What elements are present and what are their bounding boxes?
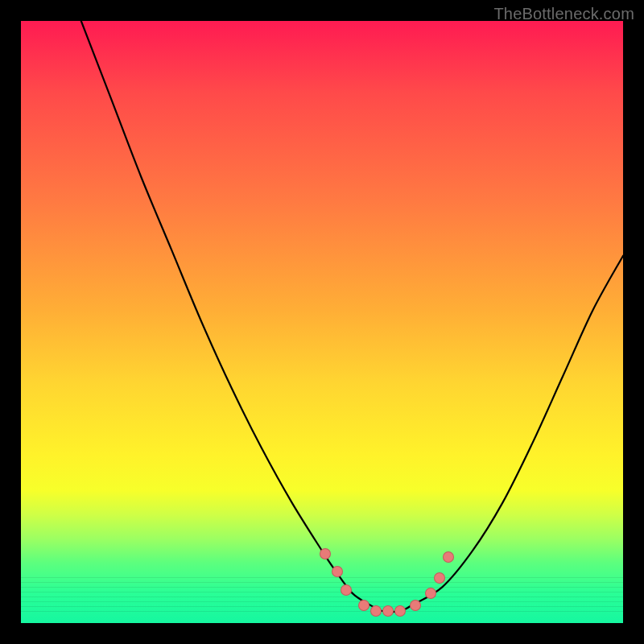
fit-point [370,605,382,617]
chart-frame [21,21,623,623]
fit-point [320,548,331,559]
fit-point [425,588,436,599]
fit-point [341,584,352,596]
fit-point [382,605,394,617]
fit-points-layer [21,21,623,623]
watermark-text: TheBottleneck.com [493,5,634,23]
fit-point [443,551,454,563]
fit-point [394,605,406,617]
fit-point [434,572,445,584]
fit-point [410,600,421,611]
fit-point [358,600,369,611]
fit-point [332,566,343,577]
